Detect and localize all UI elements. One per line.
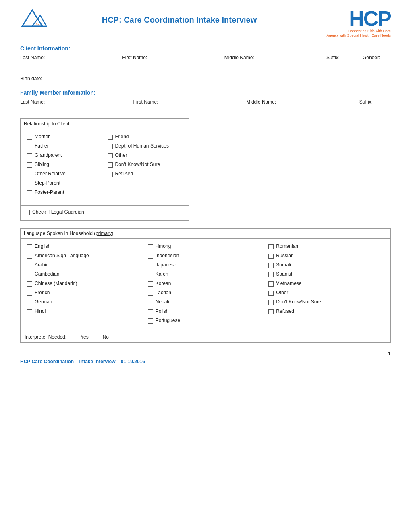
rel-sibling-checkbox[interactable] [27, 162, 32, 168]
lang-nepali-checkbox[interactable] [148, 300, 153, 305]
lang-asl-checkbox[interactable] [27, 254, 32, 259]
relationship-box: Relationship to Client: Mother Father Gr [20, 118, 189, 221]
rel-other-checkbox[interactable] [108, 153, 113, 158]
family-first-name-input[interactable] [133, 106, 239, 114]
lang-korean-checkbox[interactable] [148, 281, 153, 287]
rel-legal-guardian: Check if Legal Guardian [25, 209, 185, 215]
lang-hindi-checkbox[interactable] [27, 309, 32, 314]
client-birth-input[interactable] [46, 73, 126, 82]
lang-polish-checkbox[interactable] [148, 309, 153, 314]
family-last-name-label: Last Name: [20, 99, 125, 105]
client-middle-name-field: Middle Name: [224, 55, 318, 70]
rel-dhs-checkbox[interactable] [108, 144, 113, 149]
family-suffix-input[interactable] [359, 106, 391, 114]
relationship-col1: Mother Father Grandparent Sibling [25, 132, 105, 200]
client-first-name-input[interactable] [122, 61, 216, 70]
lang-romanian-label: Romanian [276, 243, 298, 249]
lang-hindi-label: Hindi [35, 308, 46, 314]
lang-japanese-label: Japanese [156, 262, 176, 268]
lang-karen-label: Karen [156, 271, 168, 277]
lang-french-label: French [35, 290, 50, 295]
rel-step-parent-checkbox[interactable] [27, 181, 32, 186]
rel-other-relative-label: Other Relative [35, 171, 66, 177]
lang-karen-checkbox[interactable] [148, 272, 153, 277]
lang-hmong: Hmong [148, 243, 264, 249]
rel-grandparent-checkbox[interactable] [27, 153, 32, 158]
lang-romanian-checkbox[interactable] [268, 244, 274, 249]
lang-portuguese-checkbox[interactable] [148, 318, 153, 324]
family-middle-name-input[interactable] [246, 106, 351, 114]
rel-dont-know-checkbox[interactable] [108, 162, 113, 168]
lang-russian-checkbox[interactable] [268, 254, 274, 259]
lang-cambodian-checkbox[interactable] [27, 272, 32, 277]
lang-english-checkbox[interactable] [27, 244, 32, 249]
page-title: HCP: Care Coordination Intake Interview [48, 15, 310, 25]
lang-laotian-label: Laotian [156, 290, 171, 295]
lang-chinese: Chinese (Mandarin) [27, 281, 143, 287]
language-section: Language Spoken in Household (primary): … [20, 228, 391, 343]
client-gender-field: Gender: [363, 55, 391, 70]
lang-spanish-checkbox[interactable] [268, 272, 274, 277]
rel-other-relative-checkbox[interactable] [27, 172, 32, 177]
language-box: Language Spoken in Household (primary): … [20, 228, 391, 343]
lang-indonesian-checkbox[interactable] [148, 254, 153, 259]
client-last-name-input[interactable] [20, 61, 114, 70]
lang-other-checkbox[interactable] [268, 291, 274, 296]
client-middle-name-input[interactable] [224, 61, 318, 70]
language-col2: Hmong Indonesian Japanese Karen [145, 242, 266, 328]
lang-dont-know-checkbox[interactable] [268, 300, 274, 305]
interpreter-yes-checkbox[interactable] [73, 335, 78, 340]
lang-hmong-checkbox[interactable] [148, 244, 153, 249]
interpreter-yes-label: Yes [81, 334, 89, 340]
footer: HCP Care Coordination _ Intake Interview… [20, 351, 391, 364]
family-info-section: Family Member Information: Last Name: Fi… [20, 89, 391, 221]
family-suffix-label: Suffix: [359, 99, 391, 105]
client-last-name-field: Last Name: [20, 55, 114, 70]
client-suffix-field: Suffix: [326, 55, 355, 70]
rel-refused-label: Refused [115, 171, 133, 177]
rel-friend-checkbox[interactable] [108, 135, 113, 140]
rel-father-checkbox[interactable] [27, 144, 32, 149]
lang-japanese-checkbox[interactable] [148, 263, 153, 268]
lang-english-label: English [35, 243, 50, 249]
client-suffix-label: Suffix: [326, 55, 355, 60]
client-last-name-label: Last Name: [20, 55, 114, 60]
family-last-name-input[interactable] [20, 106, 125, 114]
lang-somali-checkbox[interactable] [268, 263, 274, 268]
lang-arabic-checkbox[interactable] [27, 263, 32, 268]
lang-vietnamese-checkbox[interactable] [268, 281, 274, 287]
client-suffix-input[interactable] [326, 61, 355, 70]
rel-father: Father [27, 143, 102, 149]
rel-other-label: Other [115, 152, 127, 158]
client-birth-label: Birth date: [20, 76, 42, 81]
interpreter-no-label: No [103, 334, 109, 340]
lang-vietnamese-label: Vietnamese [276, 281, 301, 286]
lang-other-label: Other [276, 290, 288, 295]
lang-nepali: Nepali [148, 299, 264, 305]
rel-step-parent: Step-Parent [27, 180, 102, 186]
family-first-name-label: First Name: [133, 99, 239, 105]
lang-arabic-label: Arabic [35, 262, 48, 268]
language-col1: English American Sign Language Arabic Ca… [25, 242, 145, 328]
rel-refused-checkbox[interactable] [108, 172, 113, 177]
lang-chinese-checkbox[interactable] [27, 281, 32, 287]
interpreter-no-checkbox[interactable] [95, 335, 100, 340]
rel-dhs: Dept. of Human Services [108, 143, 183, 149]
page-header: c HCP: Care Coordination Intake Intervie… [20, 8, 391, 38]
family-last-name-field: Last Name: [20, 99, 125, 114]
client-gender-input[interactable] [363, 61, 391, 70]
lang-english: English [27, 243, 143, 249]
rel-mother-checkbox[interactable] [27, 135, 32, 140]
rel-foster-parent-checkbox[interactable] [27, 190, 32, 195]
lang-german-checkbox[interactable] [27, 300, 32, 305]
family-middle-name-label: Middle Name: [246, 99, 351, 105]
lang-laotian-checkbox[interactable] [148, 291, 153, 296]
lang-refused-checkbox[interactable] [268, 309, 274, 314]
language-grid: English American Sign Language Arabic Ca… [25, 242, 386, 328]
lang-french-checkbox[interactable] [27, 291, 32, 296]
rel-refused: Refused [108, 171, 183, 177]
rel-legal-guardian-checkbox[interactable] [25, 210, 30, 215]
rel-dont-know-label: Don't Know/Not Sure [115, 162, 160, 167]
lang-polish: Polish [148, 308, 264, 314]
lang-dont-know-label: Don't Know/Not Sure [276, 299, 321, 305]
